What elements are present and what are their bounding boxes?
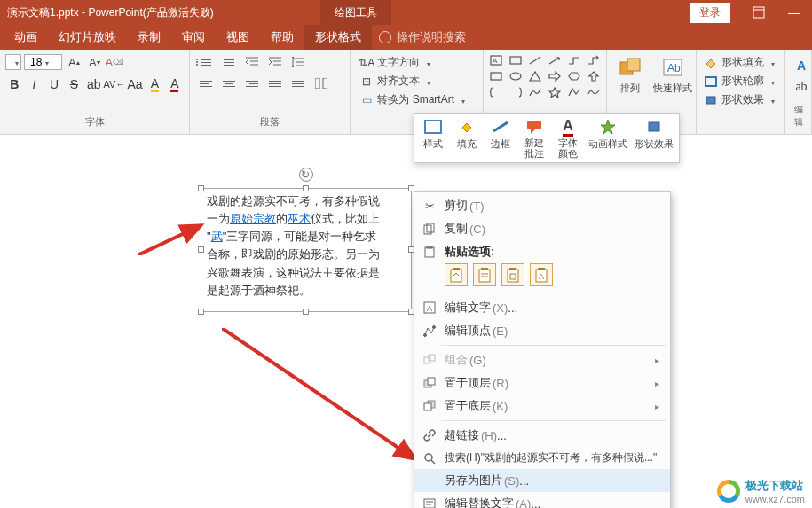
tab-help[interactable]: 帮助: [260, 25, 304, 50]
shape-effects-button[interactable]: 形状效果: [702, 90, 779, 109]
paste-opt-text[interactable]: A: [530, 263, 553, 286]
ctx-save-as-picture[interactable]: 另存为图片(S)...: [414, 469, 670, 492]
resize-handle[interactable]: [198, 246, 204, 253]
tell-me-search[interactable]: 操作说明搜索: [379, 29, 466, 45]
strike-button[interactable]: S: [65, 74, 83, 94]
minimize-button[interactable]: —: [777, 0, 812, 25]
shape-rect2-icon[interactable]: [487, 69, 505, 83]
shape-elbow-icon[interactable]: [585, 53, 603, 67]
replace-icon[interactable]: ab: [795, 80, 807, 94]
indent-increase-button[interactable]: [264, 53, 286, 71]
shape-freeform-icon[interactable]: [565, 85, 583, 99]
shadow-button[interactable]: ab: [85, 74, 103, 94]
shape-arrow-line-icon[interactable]: [546, 53, 564, 67]
ctx-search[interactable]: 搜索(H)"戏剧的起源实不可考，有多种假说...": [414, 447, 670, 469]
shape-triangle-icon[interactable]: [526, 69, 544, 83]
mini-font-color-button[interactable]: A字体 颜色: [551, 116, 585, 160]
mini-style-button[interactable]: 样式: [416, 116, 450, 160]
justify-button[interactable]: [264, 74, 286, 92]
indent-decrease-button[interactable]: [241, 53, 263, 71]
mini-outline-button[interactable]: 边框: [484, 116, 517, 160]
paste-opt-theme[interactable]: [445, 263, 468, 286]
font-size-dropdown[interactable]: 18: [24, 54, 62, 70]
distribute-button[interactable]: [288, 74, 309, 92]
ribbon-options-button[interactable]: [741, 0, 777, 25]
tab-record[interactable]: 录制: [127, 25, 171, 50]
quick-styles-button[interactable]: Ab 快速样式: [651, 51, 694, 98]
decrease-font-button[interactable]: A▾: [85, 53, 103, 71]
resize-handle[interactable]: [408, 185, 414, 191]
ctx-edit-text[interactable]: A 编辑文字(X)...: [414, 296, 670, 319]
shape-rect-icon[interactable]: [507, 53, 524, 67]
shape-brace-icon[interactable]: [487, 85, 505, 99]
shape-textbox-icon[interactable]: A: [487, 53, 505, 67]
resize-handle[interactable]: [198, 185, 204, 191]
shape-brace2-icon[interactable]: [507, 85, 524, 99]
ctx-send-back[interactable]: 置于底层(K)▸: [414, 395, 670, 418]
mini-effect-button[interactable]: 形状效果: [631, 116, 677, 160]
align-center-button[interactable]: [218, 74, 240, 92]
ctx-edit-points[interactable]: 编辑顶点(E): [414, 319, 670, 342]
resize-handle[interactable]: [198, 309, 204, 315]
resize-handle[interactable]: [303, 309, 309, 315]
wordart-icon[interactable]: A: [797, 59, 806, 73]
underline-button[interactable]: U: [45, 74, 63, 94]
shape-connector-icon[interactable]: [565, 53, 583, 67]
align-text-button[interactable]: ⊟对齐文本: [356, 72, 477, 90]
char-spacing-button[interactable]: AV↔: [105, 74, 124, 94]
bullets-button[interactable]: [195, 53, 217, 71]
text-direction-button[interactable]: ⇅A文字方向: [356, 53, 477, 72]
svg-marker-21: [549, 72, 560, 81]
ctx-bring-front[interactable]: 置于顶层(R)▸: [414, 371, 670, 395]
shape-arrow-right-icon[interactable]: [546, 69, 564, 83]
line-spacing-button[interactable]: [288, 53, 309, 71]
shape-star-icon[interactable]: [546, 85, 564, 99]
align-right-button[interactable]: [241, 74, 263, 92]
clear-format-button[interactable]: A⌫: [106, 53, 123, 71]
tab-review[interactable]: 审阅: [171, 25, 216, 50]
ctx-hyperlink[interactable]: 超链接(H)...: [414, 424, 670, 447]
rotate-handle[interactable]: [299, 168, 313, 182]
ctx-cut[interactable]: ✂ 剪切(T): [414, 194, 670, 217]
columns-button[interactable]: [311, 74, 332, 92]
tab-animation[interactable]: 动画: [4, 25, 48, 50]
mini-comment-button[interactable]: 新建 批注: [517, 116, 551, 160]
font-family-dropdown[interactable]: [5, 54, 21, 70]
shape-outline-button[interactable]: 形状轮廓: [702, 72, 779, 90]
ctx-alt-text[interactable]: 编辑替换文字(A)...: [414, 492, 670, 508]
window-title: 演示文稿1.pptx - PowerPoint(产品激活失败): [0, 5, 214, 20]
italic-button[interactable]: I: [25, 74, 43, 94]
hyperlink-text[interactable]: 巫术: [288, 212, 311, 225]
mini-fill-button[interactable]: 填充: [450, 116, 484, 160]
hyperlink-text[interactable]: 原始宗教: [230, 212, 276, 225]
convert-smartart-button[interactable]: ▭转换为 SmartArt: [356, 90, 477, 109]
paste-opt-keep[interactable]: [473, 263, 496, 286]
app-name: PowerPoint(产品激活失败): [88, 6, 213, 19]
shape-curve-icon[interactable]: [526, 85, 544, 99]
login-button[interactable]: 登录: [690, 3, 730, 23]
shape-oval-icon[interactable]: [507, 69, 524, 83]
shape-arrow-up-icon[interactable]: [585, 69, 603, 83]
shape-line-icon[interactable]: [526, 53, 544, 67]
text-box[interactable]: 戏剧的起源实不可考，有多种假说 一为原始宗教的巫术仪式，比如上 "武"三字同源，…: [201, 188, 412, 312]
resize-handle[interactable]: [303, 185, 309, 191]
arrange-button[interactable]: 排列: [609, 51, 651, 98]
font-color-button[interactable]: A: [166, 74, 184, 94]
increase-font-button[interactable]: A▴: [65, 53, 83, 71]
tab-slideshow[interactable]: 幻灯片放映: [48, 25, 127, 50]
shape-fill-button[interactable]: 形状填充: [702, 53, 779, 72]
numbering-button[interactable]: [218, 53, 240, 71]
bold-button[interactable]: B: [5, 74, 23, 94]
align-left-button[interactable]: [195, 74, 217, 92]
tab-view[interactable]: 视图: [216, 25, 260, 50]
paste-opt-pic[interactable]: [501, 263, 524, 286]
tab-shape-format[interactable]: 形状格式: [304, 25, 372, 50]
mini-anim-button[interactable]: 动画样式: [585, 116, 631, 160]
svg-rect-48: [481, 268, 488, 270]
shape-scribble-icon[interactable]: [585, 85, 603, 99]
hyperlink-text[interactable]: 武: [211, 230, 223, 243]
highlight-button[interactable]: A: [146, 74, 163, 94]
change-case-button[interactable]: Aa: [126, 74, 144, 94]
ctx-copy[interactable]: 复制(C): [414, 217, 670, 240]
shape-hexagon-icon[interactable]: [565, 69, 583, 83]
